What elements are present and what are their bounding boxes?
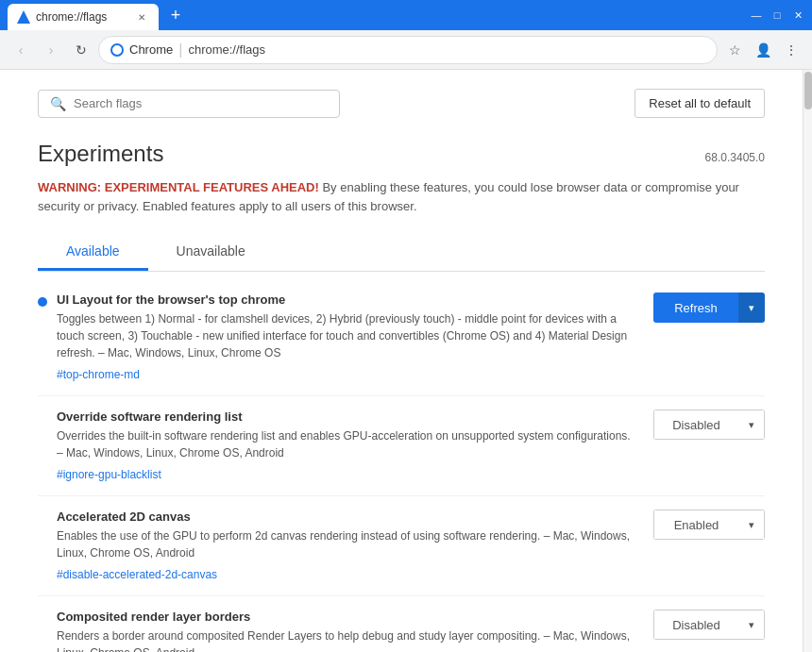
tab-available[interactable]: Available: [38, 234, 148, 271]
maximize-button[interactable]: □: [770, 8, 784, 22]
address-url: chrome://flags: [188, 42, 265, 57]
flag-active-dot: [38, 297, 47, 307]
flag-item: Accelerated 2D canvas Enables the use of…: [38, 496, 765, 596]
scrollbar-thumb[interactable]: [804, 72, 812, 109]
address-separator: |: [178, 42, 182, 59]
active-tab[interactable]: chrome://flags ✕: [8, 4, 159, 30]
flag-name: UI Layout for the browser's top chrome: [57, 293, 634, 307]
flag-select[interactable]: Refresh ▾: [653, 293, 765, 323]
reload-button[interactable]: ↻: [68, 37, 94, 63]
flag-desc: Toggles between 1) Normal - for clamshel…: [57, 310, 634, 361]
search-icon: 🔍: [50, 96, 66, 111]
flag-desc: Enables the use of the GPU to perform 2d…: [57, 527, 634, 561]
navbar: ‹ › ↻ Chrome | chrome://flags ☆ 👤 ⋮: [0, 30, 812, 70]
profile-button[interactable]: 👤: [750, 37, 776, 63]
main-content: 🔍 Reset all to default Experiments 68.0.…: [0, 70, 812, 652]
flag-desc: Overrides the built-in software renderin…: [57, 427, 634, 461]
flag-text: Override software rendering list Overrid…: [57, 410, 634, 482]
flag-control: Refresh ▾: [653, 293, 765, 323]
site-icon: [110, 43, 124, 57]
flag-inactive-dot: [38, 414, 47, 424]
tabs: Available Unavailable: [38, 234, 765, 272]
nav-actions: ☆ 👤 ⋮: [721, 37, 804, 63]
new-tab-button[interactable]: +: [162, 2, 189, 28]
search-bar-wrap: 🔍 Reset all to default: [38, 89, 765, 118]
flag-item: UI Layout for the browser's top chrome T…: [38, 279, 765, 396]
close-button[interactable]: ✕: [791, 8, 804, 22]
tab-close-button[interactable]: ✕: [134, 9, 149, 25]
flag-select-label: Disabled: [653, 410, 738, 440]
chrome-tab-icon: [17, 10, 30, 24]
flag-desc: Renders a border around composited Rende…: [57, 627, 634, 652]
titlebar: chrome://flags ✕ + — □ ✕: [0, 0, 812, 30]
warning-label: WARNING: EXPERIMENTAL FEATURES AHEAD!: [38, 180, 319, 194]
flag-text: Accelerated 2D canvas Enables the use of…: [57, 510, 634, 582]
bookmark-button[interactable]: ☆: [721, 37, 748, 63]
tab-title: chrome://flags: [36, 10, 107, 24]
address-bar[interactable]: Chrome | chrome://flags: [98, 36, 718, 64]
flag-select[interactable]: Disabled ▾: [653, 410, 765, 440]
menu-button[interactable]: ⋮: [778, 37, 804, 63]
scrollbar[interactable]: [803, 70, 812, 652]
flag-text: UI Layout for the browser's top chrome T…: [57, 293, 634, 382]
flags-page: 🔍 Reset all to default Experiments 68.0.…: [0, 70, 803, 652]
minimize-button[interactable]: —: [750, 8, 763, 22]
flag-control: Disabled ▾: [653, 410, 765, 440]
flag-left: Composited render layer borders Renders …: [38, 610, 634, 652]
flag-select-dropdown-arrow[interactable]: ▾: [738, 510, 765, 540]
flag-select[interactable]: Disabled ▾: [653, 610, 765, 640]
experiments-header: Experiments 68.0.3405.0: [38, 141, 765, 167]
flag-left: UI Layout for the browser's top chrome T…: [38, 293, 634, 382]
page-title: Experiments: [38, 141, 163, 167]
flag-inactive-dot: [38, 514, 47, 524]
flag-select-dropdown-arrow[interactable]: ▾: [738, 610, 765, 640]
flag-control: Disabled ▾: [653, 610, 765, 640]
forward-button[interactable]: ›: [38, 37, 64, 63]
flag-select-label: Enabled: [653, 510, 738, 540]
back-button[interactable]: ‹: [8, 37, 34, 63]
flag-control: Enabled ▾: [653, 510, 765, 540]
flag-link[interactable]: #top-chrome-md: [57, 368, 140, 381]
flag-inactive-dot: [38, 614, 47, 624]
flag-name: Override software rendering list: [57, 410, 634, 424]
flag-name: Accelerated 2D canvas: [57, 510, 634, 524]
flag-select-dropdown-arrow[interactable]: ▾: [738, 293, 765, 323]
flag-select[interactable]: Enabled ▾: [653, 510, 765, 540]
page-area: 🔍 Reset all to default Experiments 68.0.…: [0, 70, 803, 652]
flag-left: Accelerated 2D canvas Enables the use of…: [38, 510, 634, 582]
flag-link[interactable]: #disable-accelerated-2d-canvas: [57, 568, 217, 581]
flag-item: Composited render layer borders Renders …: [38, 596, 765, 652]
site-label: Chrome: [129, 42, 173, 57]
flag-link[interactable]: #ignore-gpu-blacklist: [57, 468, 161, 481]
reset-all-button[interactable]: Reset all to default: [634, 89, 765, 118]
search-bar-container: 🔍: [38, 90, 340, 118]
flag-left: Override software rendering list Overrid…: [38, 410, 634, 482]
window-controls: — □ ✕: [750, 8, 804, 22]
tab-unavailable[interactable]: Unavailable: [148, 234, 274, 271]
flags-list: UI Layout for the browser's top chrome T…: [38, 272, 765, 652]
flag-select-label: Refresh: [653, 293, 738, 323]
flag-text: Composited render layer borders Renders …: [57, 610, 634, 652]
search-input[interactable]: [74, 96, 328, 110]
flag-select-dropdown-arrow[interactable]: ▾: [738, 410, 765, 440]
flag-name: Composited render layer borders: [57, 610, 634, 624]
version-text: 68.0.3405.0: [705, 151, 765, 164]
flag-item: Override software rendering list Overrid…: [38, 396, 765, 496]
flag-select-label: Disabled: [653, 610, 738, 640]
warning-text: WARNING: EXPERIMENTAL FEATURES AHEAD! By…: [38, 178, 765, 215]
